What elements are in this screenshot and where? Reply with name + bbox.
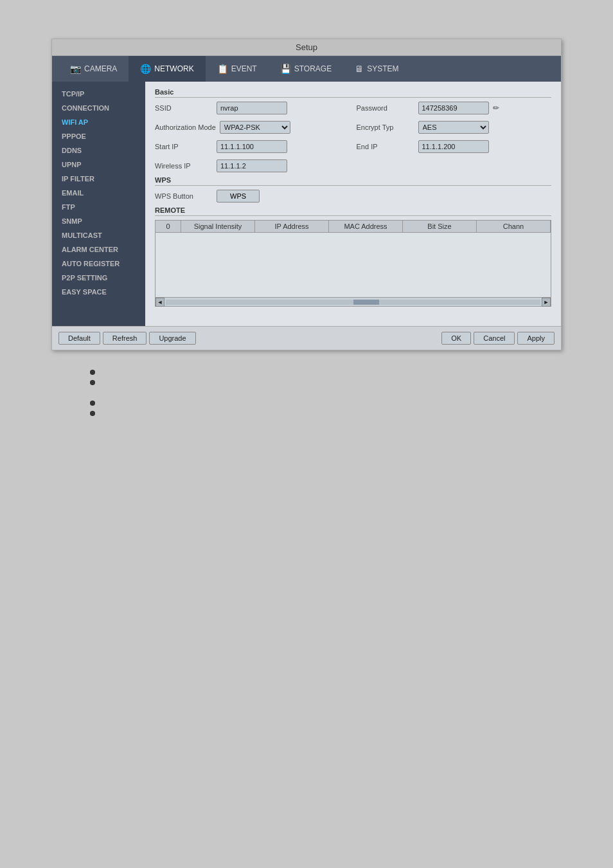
apply-button[interactable]: Apply bbox=[517, 332, 555, 345]
bottom-buttons: Default Refresh Upgrade OK Cancel Apply bbox=[52, 326, 561, 350]
wps-button-row: WPS Button WPS bbox=[155, 190, 551, 203]
bullet-dot-4 bbox=[90, 411, 95, 416]
content-area: TCP/IP CONNECTION WIFI AP PPPOE DDNS UPN… bbox=[52, 82, 561, 326]
wps-section-label: WPS bbox=[155, 176, 551, 186]
wps-button-label: WPS Button bbox=[155, 192, 213, 200]
wireless-ip-input[interactable] bbox=[217, 159, 287, 172]
encrypt-type-select[interactable]: AES bbox=[418, 121, 489, 134]
bullet-dot-3 bbox=[90, 401, 95, 406]
table-scrollbar: ◄ ► bbox=[155, 297, 551, 306]
default-button[interactable]: Default bbox=[58, 332, 100, 345]
page-wrapper: Setup 📷 CAMERA 🌐 NETWORK 📋 EVENT 💾 STORA… bbox=[0, 0, 613, 447]
bullet-list bbox=[51, 370, 562, 416]
sidebar-item-snmp[interactable]: SNMP bbox=[52, 214, 145, 228]
col-bitsize: Bit Size bbox=[403, 221, 477, 232]
auth-mode-row: Authorization Mode WPA2-PSK bbox=[155, 121, 350, 134]
auth-mode-label: Authorization Mode bbox=[155, 123, 216, 131]
system-icon: 🖥 bbox=[355, 64, 364, 74]
right-button-group: OK Cancel Apply bbox=[441, 332, 555, 345]
table-header: 0 Signal Intensity IP Address MAC Addres… bbox=[155, 221, 551, 233]
nav-camera-label: CAMERA bbox=[84, 64, 117, 73]
ssid-input[interactable] bbox=[217, 102, 287, 114]
setup-title-bar: Setup bbox=[52, 39, 561, 56]
auth-mode-select[interactable]: WPA2-PSK bbox=[220, 121, 290, 134]
col-signal: Signal Intensity bbox=[181, 221, 255, 232]
password-input[interactable] bbox=[418, 102, 489, 114]
nav-event[interactable]: 📋 EVENT bbox=[206, 56, 269, 82]
bullet-3 bbox=[90, 401, 562, 406]
sidebar-item-alarmcenter[interactable]: ALARM CENTER bbox=[52, 242, 145, 257]
end-ip-row: End IP bbox=[357, 140, 552, 153]
nav-network[interactable]: 🌐 NETWORK bbox=[129, 56, 205, 82]
sidebar-item-multicast[interactable]: MULTICAST bbox=[52, 228, 145, 242]
sidebar-item-wifiap[interactable]: WIFI AP bbox=[52, 115, 145, 129]
end-ip-input[interactable] bbox=[418, 140, 489, 153]
nav-event-label: EVENT bbox=[231, 64, 257, 73]
storage-icon: 💾 bbox=[280, 64, 291, 74]
sidebar-item-upnp[interactable]: UPNP bbox=[52, 158, 145, 172]
sidebar-item-tcpip[interactable]: TCP/IP bbox=[52, 87, 145, 101]
setup-title: Setup bbox=[296, 42, 317, 52]
bullet-2 bbox=[90, 380, 562, 385]
sidebar: TCP/IP CONNECTION WIFI AP PPPOE DDNS UPN… bbox=[52, 82, 145, 326]
edit-icon[interactable]: ✏ bbox=[493, 104, 499, 113]
remote-section-label: REMOTE bbox=[155, 206, 551, 216]
col-ip: IP Address bbox=[255, 221, 329, 232]
event-icon: 📋 bbox=[217, 64, 228, 74]
col-0: 0 bbox=[155, 221, 181, 232]
basic-section-label: Basic bbox=[155, 88, 551, 98]
nav-network-label: NETWORK bbox=[154, 64, 193, 73]
ssid-row: SSID bbox=[155, 102, 350, 114]
remote-table: 0 Signal Intensity IP Address MAC Addres… bbox=[155, 220, 551, 307]
nav-camera[interactable]: 📷 CAMERA bbox=[58, 56, 129, 82]
sidebar-item-ipfilter[interactable]: IP FILTER bbox=[52, 172, 145, 186]
bullet-4 bbox=[90, 411, 562, 416]
left-button-group: Default Refresh Upgrade bbox=[58, 332, 196, 345]
start-ip-row: Start IP bbox=[155, 140, 350, 153]
sidebar-item-connection[interactable]: CONNECTION bbox=[52, 101, 145, 115]
ssid-label: SSID bbox=[155, 104, 213, 112]
scrollbar-thumb bbox=[353, 300, 379, 305]
form-grid-row3: Start IP End IP bbox=[155, 140, 551, 156]
sidebar-item-pppoe[interactable]: PPPOE bbox=[52, 129, 145, 143]
bullet-dot-2 bbox=[90, 380, 95, 385]
encrypt-type-label: Encrypt Typ bbox=[357, 123, 414, 131]
scroll-left-btn[interactable]: ◄ bbox=[155, 298, 164, 307]
password-row: Password ✏ bbox=[357, 102, 552, 114]
wps-button[interactable]: WPS bbox=[217, 190, 260, 203]
top-nav: 📷 CAMERA 🌐 NETWORK 📋 EVENT 💾 STORAGE 🖥 S… bbox=[52, 56, 561, 82]
bullet-spacer bbox=[90, 390, 562, 401]
start-ip-input[interactable] bbox=[217, 140, 287, 153]
sidebar-item-ftp[interactable]: FTP bbox=[52, 200, 145, 214]
password-label: Password bbox=[357, 104, 414, 112]
form-grid-row1: SSID Password ✏ bbox=[155, 102, 551, 117]
nav-system-label: SYSTEM bbox=[367, 64, 398, 73]
form-grid-row2: Authorization Mode WPA2-PSK Encrypt Typ … bbox=[155, 121, 551, 136]
end-ip-label: End IP bbox=[357, 143, 414, 150]
network-icon: 🌐 bbox=[140, 64, 151, 74]
start-ip-label: Start IP bbox=[155, 143, 213, 150]
sidebar-item-ddns[interactable]: DDNS bbox=[52, 143, 145, 158]
setup-panel: Setup 📷 CAMERA 🌐 NETWORK 📋 EVENT 💾 STORA… bbox=[51, 39, 562, 350]
refresh-button[interactable]: Refresh bbox=[103, 332, 147, 345]
ok-button[interactable]: OK bbox=[441, 332, 471, 345]
sidebar-item-easyspace[interactable]: EASY SPACE bbox=[52, 285, 145, 299]
upgrade-button[interactable]: Upgrade bbox=[149, 332, 195, 345]
col-channel: Chann bbox=[477, 221, 551, 232]
table-body bbox=[155, 233, 551, 297]
scroll-right-btn[interactable]: ► bbox=[542, 298, 551, 307]
main-content: Basic SSID Password ✏ Au bbox=[145, 82, 561, 326]
bullet-1 bbox=[90, 370, 562, 375]
col-mac: MAC Address bbox=[329, 221, 403, 232]
sidebar-item-autoregister[interactable]: AUTO REGISTER bbox=[52, 257, 145, 271]
wireless-ip-label: Wireless IP bbox=[155, 162, 213, 170]
nav-storage[interactable]: 💾 STORAGE bbox=[269, 56, 343, 82]
bullet-dot-1 bbox=[90, 370, 95, 375]
cancel-button[interactable]: Cancel bbox=[474, 332, 515, 345]
sidebar-item-p2p[interactable]: P2P SETTING bbox=[52, 271, 145, 285]
nav-system[interactable]: 🖥 SYSTEM bbox=[343, 56, 410, 82]
scrollbar-track[interactable] bbox=[166, 300, 540, 305]
nav-storage-label: STORAGE bbox=[294, 64, 332, 73]
sidebar-item-email[interactable]: EMAIL bbox=[52, 186, 145, 200]
wireless-ip-row: Wireless IP bbox=[155, 159, 551, 172]
